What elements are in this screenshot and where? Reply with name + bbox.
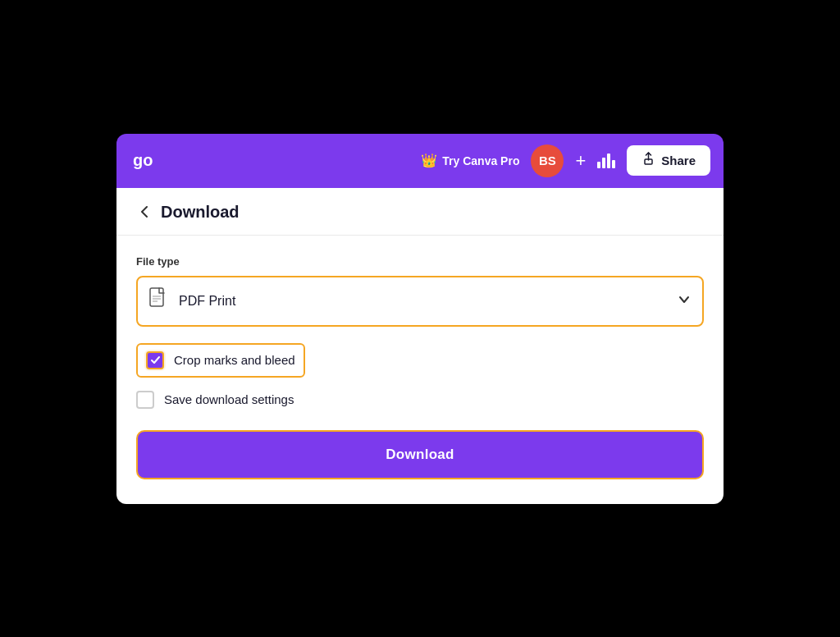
panel-header: Download — [116, 188, 724, 236]
share-button[interactable]: Share — [627, 145, 710, 176]
crop-marks-label: Crop marks and bleed — [174, 353, 295, 367]
logo-text: go — [130, 151, 153, 170]
navbar: go 👑 Try Canva Pro BS + Share — [116, 134, 724, 188]
file-type-dropdown[interactable]: PDF Print — [136, 276, 704, 327]
save-settings-checkbox[interactable] — [136, 391, 154, 409]
download-panel: Download File type PDF Print — [116, 188, 724, 504]
avatar[interactable]: BS — [531, 144, 564, 177]
try-canva-pro-label: Try Canva Pro — [442, 154, 519, 167]
save-settings-row[interactable]: Save download settings — [136, 391, 704, 409]
crown-icon: 👑 — [421, 153, 437, 168]
svg-rect-2 — [150, 288, 163, 306]
save-settings-label: Save download settings — [164, 392, 294, 406]
chevron-down-icon — [678, 293, 691, 309]
plus-button[interactable]: + — [575, 152, 586, 170]
analytics-icon[interactable] — [597, 154, 615, 168]
try-canva-pro-button[interactable]: 👑 Try Canva Pro — [421, 153, 519, 168]
share-label: Share — [661, 154, 696, 167]
share-icon — [641, 152, 655, 169]
back-button[interactable] — [136, 204, 153, 220]
crop-marks-checkbox[interactable] — [146, 351, 164, 369]
file-type-value: PDF Print — [179, 294, 668, 309]
download-button[interactable]: Download — [136, 430, 704, 479]
main-window: go 👑 Try Canva Pro BS + Share — [116, 134, 724, 504]
file-type-label: File type — [136, 255, 704, 268]
panel-body: File type PDF Print — [116, 236, 724, 504]
panel-title: Download — [161, 203, 240, 222]
crop-marks-row[interactable]: Crop marks and bleed — [136, 343, 305, 378]
pdf-file-icon — [149, 287, 169, 315]
